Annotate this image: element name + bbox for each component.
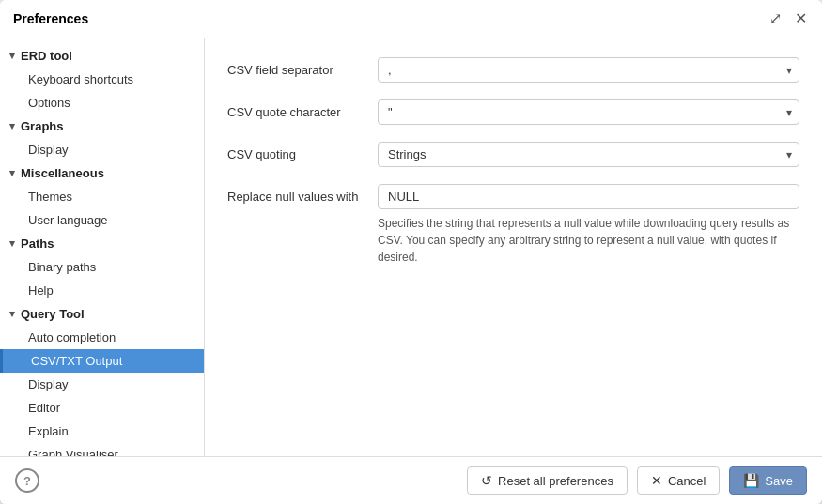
csv-quoting-select[interactable]: Strings All None: [378, 142, 799, 167]
field-control-null-values: Specifies the string that represents a n…: [378, 184, 799, 266]
chevron-down-icon: ▾: [9, 120, 15, 132]
field-label-null-values: Replace null values with: [227, 184, 378, 204]
help-button[interactable]: ?: [15, 468, 39, 493]
save-button[interactable]: 💾 Save: [729, 466, 807, 495]
sidebar-section-label: Miscellaneous: [21, 166, 104, 180]
sidebar-section-paths[interactable]: ▾ Paths: [0, 232, 204, 255]
reset-icon: ↺: [481, 473, 492, 488]
sidebar-section-label: Graphs: [21, 119, 64, 133]
cancel-button[interactable]: ✕ Cancel: [637, 466, 720, 495]
sidebar-item-user-language[interactable]: User language: [0, 208, 204, 232]
sidebar-item-graph-visualiser[interactable]: Graph Visualiser: [0, 443, 204, 456]
reset-button[interactable]: ↺ Reset all preferences: [467, 466, 628, 495]
dialog-footer: ? ↺ Reset all preferences ✕ Cancel 💾 Sav…: [0, 456, 822, 504]
save-icon: 💾: [743, 473, 759, 488]
sidebar-item-csv-txt-output[interactable]: CSV/TXT Output: [0, 349, 204, 373]
dialog-body: ▾ ERD tool Keyboard shortcuts Options ▾ …: [0, 38, 822, 456]
field-control-csv-quoting: Strings All None ▾: [378, 142, 799, 167]
chevron-down-icon: ▾: [9, 50, 15, 62]
sidebar: ▾ ERD tool Keyboard shortcuts Options ▾ …: [0, 38, 205, 456]
sidebar-section-miscellaneous[interactable]: ▾ Miscellaneous: [0, 161, 204, 185]
field-csv-quoting: CSV quoting Strings All None ▾: [227, 142, 799, 167]
dialog-title: Preferences: [13, 11, 88, 26]
sidebar-item-erd-options[interactable]: Options: [0, 91, 204, 115]
cancel-icon: ✕: [651, 473, 662, 488]
sidebar-item-editor[interactable]: Editor: [0, 396, 204, 420]
sidebar-item-explain[interactable]: Explain: [0, 420, 204, 443]
field-control-csv-quote: " ' ▾: [378, 99, 799, 125]
footer-right: ↺ Reset all preferences ✕ Cancel 💾 Save: [467, 466, 807, 495]
select-wrapper-csv-quoting: Strings All None ▾: [378, 142, 799, 167]
sidebar-section-label: ERD tool: [21, 49, 72, 63]
footer-left: ?: [15, 468, 39, 493]
dialog-header: Preferences ⤢ ✕: [0, 0, 822, 38]
sidebar-item-auto-completion[interactable]: Auto completion: [0, 326, 204, 349]
field-csv-quote: CSV quote character " ' ▾: [227, 99, 799, 125]
null-values-hint: Specifies the string that represents a n…: [378, 215, 799, 266]
field-null-values: Replace null values with Specifies the s…: [227, 184, 799, 266]
close-button[interactable]: ✕: [793, 9, 809, 28]
sidebar-section-graphs[interactable]: ▾ Graphs: [0, 115, 204, 138]
field-label-csv-separator: CSV field separator: [227, 57, 378, 77]
field-csv-separator: CSV field separator , ; | ▾: [227, 57, 799, 83]
chevron-down-icon: ▾: [9, 237, 15, 250]
field-label-csv-quote: CSV quote character: [227, 99, 378, 119]
select-wrapper-csv-separator: , ; | ▾: [378, 57, 799, 83]
cancel-label: Cancel: [668, 474, 706, 488]
null-values-input[interactable]: [378, 184, 799, 209]
csv-separator-select[interactable]: , ; |: [378, 57, 799, 83]
field-control-csv-separator: , ; | ▾: [378, 57, 799, 83]
content-area: CSV field separator , ; | ▾ CSV quote ch…: [205, 38, 822, 456]
sidebar-item-binary-paths[interactable]: Binary paths: [0, 255, 204, 279]
chevron-down-icon: ▾: [9, 167, 15, 179]
csv-quote-select[interactable]: " ': [378, 99, 799, 125]
field-label-csv-quoting: CSV quoting: [227, 142, 378, 161]
expand-button[interactable]: ⤢: [768, 9, 783, 28]
sidebar-item-help[interactable]: Help: [0, 279, 204, 302]
chevron-down-icon: ▾: [9, 308, 15, 320]
sidebar-item-display[interactable]: Display: [0, 373, 204, 396]
reset-label: Reset all preferences: [498, 474, 613, 488]
sidebar-section-erd-tool[interactable]: ▾ ERD tool: [0, 44, 204, 68]
sidebar-section-label: Query Tool: [21, 307, 85, 321]
select-wrapper-csv-quote: " ' ▾: [378, 99, 799, 125]
sidebar-item-erd-keyboard-shortcuts[interactable]: Keyboard shortcuts: [0, 68, 204, 91]
save-label: Save: [765, 474, 793, 488]
sidebar-section-query-tool[interactable]: ▾ Query Tool: [0, 302, 204, 326]
sidebar-item-graphs-display[interactable]: Display: [0, 138, 204, 161]
header-icons: ⤢ ✕: [768, 9, 809, 28]
preferences-dialog: Preferences ⤢ ✕ ▾ ERD tool Keyboard shor…: [0, 0, 822, 504]
sidebar-item-themes[interactable]: Themes: [0, 185, 204, 208]
sidebar-section-label: Paths: [21, 237, 54, 251]
